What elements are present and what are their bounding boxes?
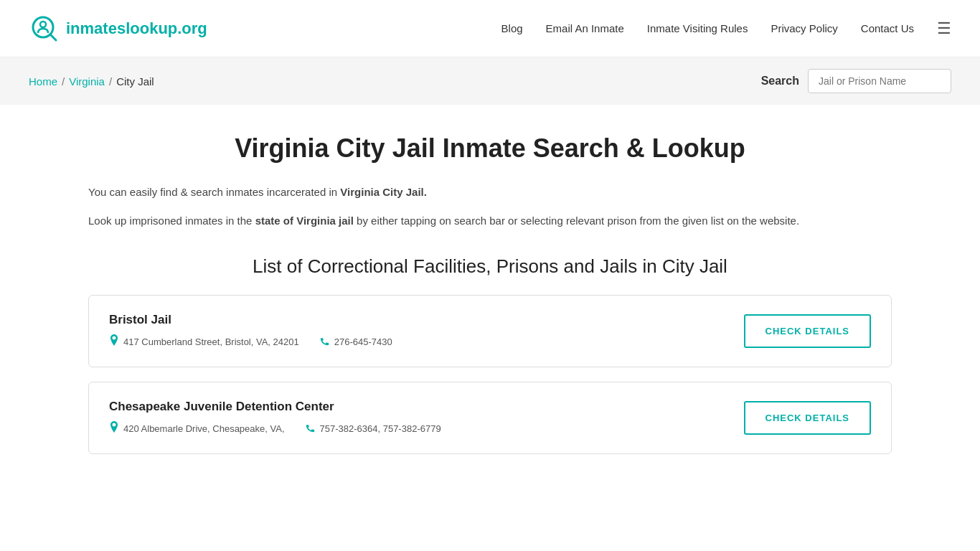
facilities-list: Bristol Jail 417 Cumberland Street, Bris… [88,295,892,454]
breadcrumb: Home / Virginia / City Jail [29,75,154,88]
search-label: Search [761,75,799,88]
logo-text: inmateslookup.org [66,19,207,38]
breadcrumb-bar: Home / Virginia / City Jail Search [0,57,980,105]
facility-info: Bristol Jail 417 Cumberland Street, Bris… [109,313,392,349]
search-area: Search [761,69,951,93]
facility-card: Bristol Jail 417 Cumberland Street, Bris… [88,295,892,367]
facility-meta: 417 Cumberland Street, Bristol, VA, 2420… [109,334,392,349]
facility-phone: 757-382-6364, 757-382-6779 [305,423,441,435]
facility-card: Chesapeake Juvenile Detention Center 420… [88,382,892,454]
facility-info: Chesapeake Juvenile Detention Center 420… [109,400,441,436]
phone-icon [319,336,330,349]
nav-visiting-rules[interactable]: Inmate Visiting Rules [647,22,748,34]
search-input[interactable] [808,69,951,93]
nav-privacy-policy[interactable]: Privacy Policy [771,22,837,34]
facility-phone: 276-645-7430 [319,336,392,349]
location-icon [109,421,119,436]
logo-link[interactable]: inmateslookup.org [29,13,207,44]
address-text: 417 Cumberland Street, Bristol, VA, 2420… [123,336,299,347]
facility-name: Chesapeake Juvenile Detention Center [109,400,441,414]
phone-text: 276-645-7430 [334,336,392,347]
intro-paragraph-2: Look up imprisoned inmates in the state … [88,212,892,230]
address-text: 420 Albemarle Drive, Chesapeake, VA, [123,423,285,434]
phone-icon [305,423,316,435]
page-title: Virginia City Jail Inmate Search & Looku… [88,133,892,164]
check-details-button[interactable]: CHECK DETAILS [744,401,871,435]
intro-paragraph-1: You can easily find & search inmates inc… [88,184,892,201]
nav-contact-us[interactable]: Contact Us [861,22,914,34]
main-content: Virginia City Jail Inmate Search & Looku… [60,105,920,483]
check-details-button[interactable]: CHECK DETAILS [744,314,871,348]
svg-line-2 [50,34,56,40]
site-header: inmateslookup.org Blog Email An Inmate I… [0,0,980,57]
facility-address: 420 Albemarle Drive, Chesapeake, VA, [109,421,285,436]
main-nav: Blog Email An Inmate Inmate Visiting Rul… [501,19,951,38]
breadcrumb-current: City Jail [116,75,154,88]
svg-point-1 [40,22,46,27]
nav-blog[interactable]: Blog [501,22,523,34]
separator-2: / [109,75,112,88]
location-icon [109,334,119,349]
facility-meta: 420 Albemarle Drive, Chesapeake, VA, 757… [109,421,441,436]
phone-text: 757-382-6364, 757-382-6779 [320,423,441,434]
hamburger-icon[interactable]: ☰ [937,19,951,38]
facility-address: 417 Cumberland Street, Bristol, VA, 2420… [109,334,299,349]
breadcrumb-home[interactable]: Home [29,75,57,88]
separator-1: / [62,75,65,88]
facility-name: Bristol Jail [109,313,392,327]
logo-icon [29,13,60,44]
nav-email-inmate[interactable]: Email An Inmate [546,22,624,34]
section-title: List of Correctional Facilities, Prisons… [88,255,892,278]
breadcrumb-virginia[interactable]: Virginia [69,75,105,88]
